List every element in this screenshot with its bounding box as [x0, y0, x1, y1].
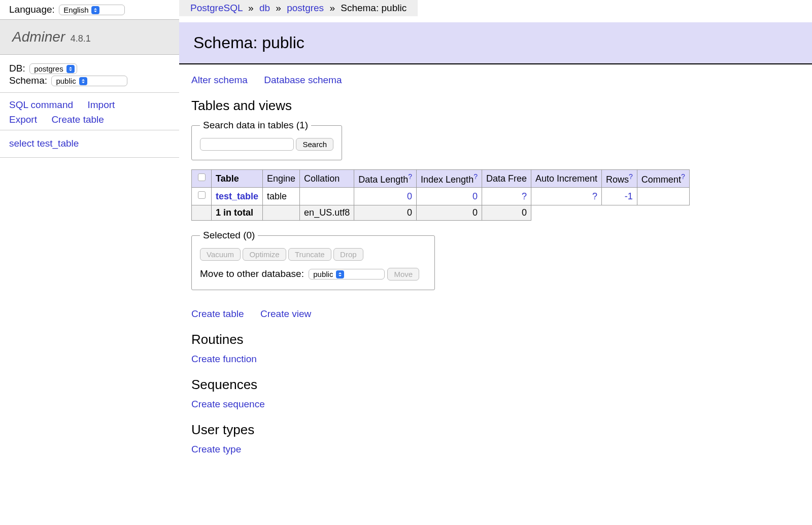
create-function-link[interactable]: Create function	[191, 354, 257, 364]
row-checkbox[interactable]	[198, 191, 206, 199]
db-select[interactable]: postgres	[29, 63, 77, 74]
col-engine: Engine	[263, 170, 300, 188]
optimize-button[interactable]: Optimize	[243, 248, 286, 261]
cell-auto-increment[interactable]: ?	[592, 191, 597, 201]
col-data-length: Data Length?	[354, 170, 417, 188]
move-target-select[interactable]: public	[309, 269, 385, 279]
table-footer: 1 in total en_US.utf8 0 0 0	[192, 205, 690, 221]
selected-fieldset: Selected (0) Vacuum Optimize Truncate Dr…	[191, 230, 435, 290]
sql-command-link[interactable]: SQL command	[9, 98, 73, 113]
app-version: 4.8.1	[71, 33, 91, 44]
search-fieldset: Search data in tables (1) Search	[191, 120, 342, 160]
footer-collation: en_US.utf8	[300, 205, 354, 221]
selected-legend: Selected (0)	[200, 230, 258, 241]
col-index-length: Index Length?	[417, 170, 482, 188]
tables-list: select test_table	[0, 130, 179, 158]
col-table: Table	[212, 170, 263, 188]
schema-label: Schema:	[9, 75, 47, 86]
footer-index-length: 0	[417, 205, 482, 221]
cell-comment	[637, 188, 689, 205]
table-row: test_table table 0 0 ? ? -1	[192, 188, 690, 205]
footer-data-length: 0	[354, 205, 417, 221]
col-auto-increment: Auto Increment	[531, 170, 601, 188]
search-input[interactable]	[200, 138, 294, 151]
db-schema-block: DB: postgres Schema: public	[0, 55, 179, 93]
help-icon[interactable]: ?	[408, 172, 412, 181]
cell-rows[interactable]: -1	[625, 191, 633, 201]
cell-collation	[300, 188, 354, 205]
app-name: Adminer	[12, 29, 65, 45]
routines-heading: Routines	[191, 332, 800, 347]
cell-data-length[interactable]: 0	[407, 191, 412, 201]
chevron-updown-icon	[66, 65, 75, 73]
search-button[interactable]: Search	[296, 138, 333, 151]
breadcrumb-db-value[interactable]: postgres	[287, 3, 324, 13]
search-legend: Search data in tables (1)	[200, 120, 311, 131]
col-data-free: Data Free	[482, 170, 531, 188]
breadcrumb-server[interactable]: PostgreSQL	[190, 3, 243, 13]
user-types-heading: User types	[191, 422, 800, 438]
language-row: Language: English	[0, 0, 179, 19]
alter-schema-link[interactable]: Alter schema	[191, 75, 248, 85]
check-all[interactable]	[198, 173, 206, 181]
schema-select[interactable]: public	[51, 76, 127, 86]
page-title-bar: Schema: public	[179, 22, 812, 64]
import-link[interactable]: Import	[87, 98, 115, 113]
footer-total: 1 in total	[212, 205, 263, 221]
help-icon[interactable]: ?	[473, 172, 478, 181]
breadcrumb-schema: Schema: public	[341, 3, 407, 13]
cell-engine: table	[263, 188, 300, 205]
breadcrumb: PostgreSQL » db » postgres » Schema: pub…	[179, 0, 418, 16]
language-select[interactable]: English	[59, 5, 125, 15]
schema-actions: Alter schema Database schema	[191, 75, 800, 86]
chevron-updown-icon	[79, 77, 87, 85]
tables-table: Table Engine Collation Data Length? Inde…	[191, 169, 690, 221]
cell-index-length[interactable]: 0	[472, 191, 478, 201]
create-view-link[interactable]: Create view	[260, 308, 311, 319]
move-label: Move to other database:	[200, 268, 304, 279]
col-collation: Collation	[300, 170, 354, 188]
breadcrumb-db-label[interactable]: db	[259, 3, 270, 13]
cell-data-free[interactable]: ?	[522, 191, 527, 201]
logo-block: Adminer 4.8.1	[0, 19, 179, 55]
sidebar: Language: English Adminer 4.8.1 DB: post…	[0, 0, 179, 465]
language-label: Language:	[9, 4, 55, 15]
help-icon[interactable]: ?	[681, 172, 685, 181]
chevron-updown-icon	[91, 6, 99, 14]
help-icon[interactable]: ?	[629, 172, 633, 181]
create-table-link-main[interactable]: Create table	[191, 308, 244, 319]
create-sequence-link[interactable]: Create sequence	[191, 399, 265, 409]
truncate-button[interactable]: Truncate	[288, 248, 331, 261]
main: PostgreSQL » db » postgres » Schema: pub…	[179, 0, 812, 465]
create-table-link[interactable]: Create table	[51, 113, 104, 127]
sequences-heading: Sequences	[191, 377, 800, 393]
create-type-link[interactable]: Create type	[191, 444, 241, 454]
tables-heading: Tables and views	[191, 98, 800, 114]
chevron-updown-icon	[336, 270, 344, 278]
database-schema-link[interactable]: Database schema	[264, 75, 342, 85]
col-comment: Comment?	[637, 170, 689, 188]
select-table-link[interactable]: select test_table	[9, 136, 79, 151]
move-button[interactable]: Move	[387, 268, 419, 281]
export-link[interactable]: Export	[9, 113, 37, 127]
drop-button[interactable]: Drop	[333, 248, 363, 261]
vacuum-button[interactable]: Vacuum	[200, 248, 241, 261]
col-rows: Rows?	[602, 170, 637, 188]
footer-data-free: 0	[482, 205, 531, 221]
table-name-link[interactable]: test_table	[216, 191, 258, 201]
sidebar-actions: SQL command Import Export Create table	[0, 93, 179, 130]
db-label: DB:	[9, 63, 25, 74]
page-title: Schema: public	[193, 33, 798, 52]
